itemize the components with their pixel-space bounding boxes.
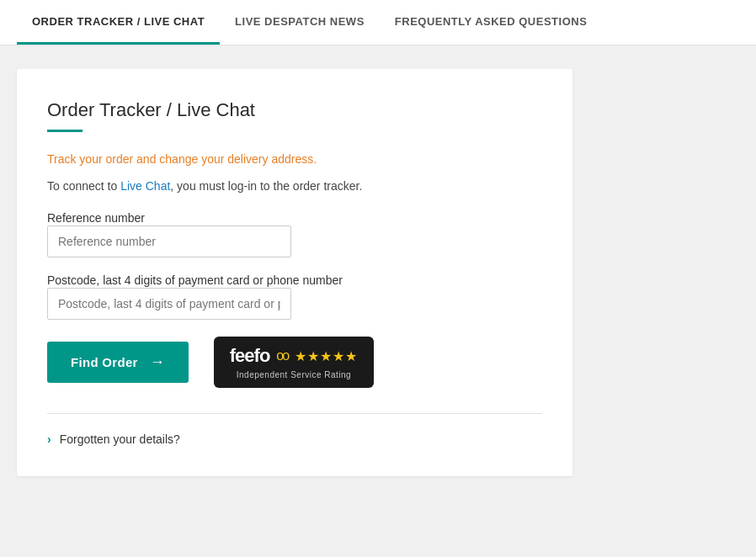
feefo-subtitle: Independent Service Rating bbox=[237, 370, 351, 379]
find-order-label: Find Order bbox=[71, 355, 138, 369]
main-content: Order Tracker / Live Chat Track your ord… bbox=[0, 45, 756, 500]
chevron-right-icon: › bbox=[47, 432, 51, 446]
feefo-logo-text: feefo bbox=[230, 345, 270, 367]
main-nav: ORDER TRACKER / LIVE CHAT LIVE DESPATCH … bbox=[0, 0, 756, 45]
nav-item-live-despatch[interactable]: LIVE DESPATCH NEWS bbox=[220, 0, 380, 45]
nav-item-order-tracker[interactable]: ORDER TRACKER / LIVE CHAT bbox=[17, 0, 220, 45]
live-chat-link[interactable]: Live Chat bbox=[120, 179, 170, 193]
feefo-eyes-icon: oo bbox=[276, 348, 288, 363]
find-order-button[interactable]: Find Order → bbox=[47, 342, 189, 383]
postcode-input[interactable] bbox=[47, 288, 291, 320]
feefo-stars: ★★★★★ bbox=[295, 348, 358, 364]
section-divider bbox=[47, 413, 542, 414]
postcode-label: Postcode, last 4 digits of payment card … bbox=[47, 273, 343, 287]
feefo-badge: feefo oo ★★★★★ Independent Service Ratin… bbox=[214, 337, 374, 388]
page-title: Order Tracker / Live Chat bbox=[47, 99, 542, 121]
bottom-row: Find Order → feefo oo ★★★★★ Independent … bbox=[47, 337, 542, 388]
forgotten-details-row[interactable]: › Forgotten your details? bbox=[47, 429, 542, 449]
arrow-right-icon: → bbox=[150, 353, 165, 371]
connect-text-before: To connect to bbox=[47, 179, 120, 193]
forgotten-details-label: Forgotten your details? bbox=[60, 432, 180, 446]
reference-input[interactable] bbox=[47, 225, 291, 257]
connect-text-after: , you must log-in to the order tracker. bbox=[170, 179, 362, 193]
connect-description: To connect to Live Chat, you must log-in… bbox=[47, 178, 542, 195]
title-underline bbox=[47, 130, 83, 132]
reference-label: Reference number bbox=[47, 211, 145, 225]
feefo-top-row: feefo oo ★★★★★ bbox=[230, 345, 358, 367]
track-description: Track your order and change your deliver… bbox=[47, 152, 542, 166]
nav-item-faq[interactable]: FREQUENTLY ASKED QUESTIONS bbox=[380, 0, 603, 45]
order-tracker-card: Order Tracker / Live Chat Track your ord… bbox=[17, 69, 572, 476]
